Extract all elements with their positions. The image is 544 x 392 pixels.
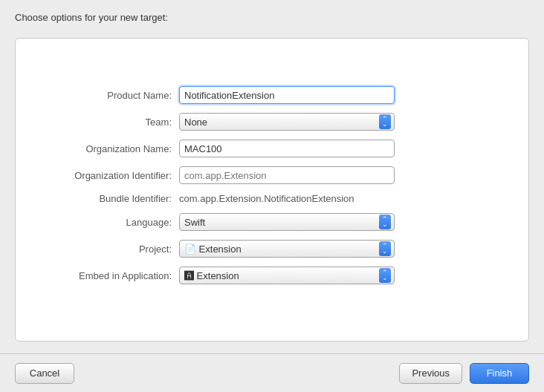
team-select[interactable]: None — [179, 113, 395, 131]
finish-button[interactable]: Finish — [470, 363, 529, 384]
project-row: Project: 📄 Extension — [45, 240, 499, 258]
organization-identifier-input[interactable] — [179, 166, 395, 184]
language-select[interactable]: Swift Objective-C — [179, 213, 395, 231]
organization-name-field-wrapper — [179, 140, 395, 157]
team-label: Team: — [45, 117, 179, 128]
product-name-input[interactable] — [179, 86, 395, 104]
team-row: Team: None — [45, 113, 499, 131]
organization-identifier-label: Organization Identifier: — [45, 170, 179, 181]
language-label: Language: — [45, 217, 179, 228]
bundle-identifier-text: com.app.Extension.NotificationExtension — [179, 192, 354, 206]
product-name-field-wrapper — [179, 86, 395, 104]
product-name-label: Product Name: — [45, 90, 179, 101]
language-row: Language: Swift Objective-C — [45, 213, 499, 231]
bundle-identifier-value: com.app.Extension.NotificationExtension — [179, 193, 395, 204]
bundle-identifier-label: Bundle Identifier: — [45, 193, 179, 204]
organization-name-input[interactable] — [179, 140, 395, 157]
organization-name-label: Organization Name: — [45, 143, 179, 154]
embed-label: Embed in Application: — [45, 270, 179, 281]
product-name-row: Product Name: — [45, 86, 499, 104]
team-select-wrapper: None — [179, 113, 395, 131]
project-select[interactable]: 📄 Extension — [179, 240, 395, 258]
form-panel: Product Name: Team: None Organization Na… — [15, 38, 529, 342]
organization-identifier-field-wrapper — [179, 166, 395, 184]
project-select-wrapper: 📄 Extension — [179, 240, 395, 258]
bundle-identifier-row: Bundle Identifier: com.app.Extension.Not… — [45, 193, 499, 204]
dialog-instruction: Choose options for your new target: — [15, 12, 529, 23]
organization-identifier-row: Organization Identifier: — [45, 166, 499, 184]
language-select-wrapper: Swift Objective-C — [179, 213, 395, 231]
embed-select[interactable]: 🅰 Extension — [179, 267, 395, 284]
organization-name-row: Organization Name: — [45, 140, 499, 157]
project-label: Project: — [45, 244, 179, 255]
embed-row: Embed in Application: 🅰 Extension — [45, 267, 499, 284]
embed-select-wrapper: 🅰 Extension — [179, 267, 395, 284]
cancel-button[interactable]: Cancel — [15, 363, 74, 384]
footer-right: Previous Finish — [399, 363, 529, 384]
footer-bar: Cancel Previous Finish — [0, 353, 544, 392]
previous-button[interactable]: Previous — [399, 363, 462, 384]
dialog-container: Choose options for your new target: Prod… — [0, 0, 544, 342]
